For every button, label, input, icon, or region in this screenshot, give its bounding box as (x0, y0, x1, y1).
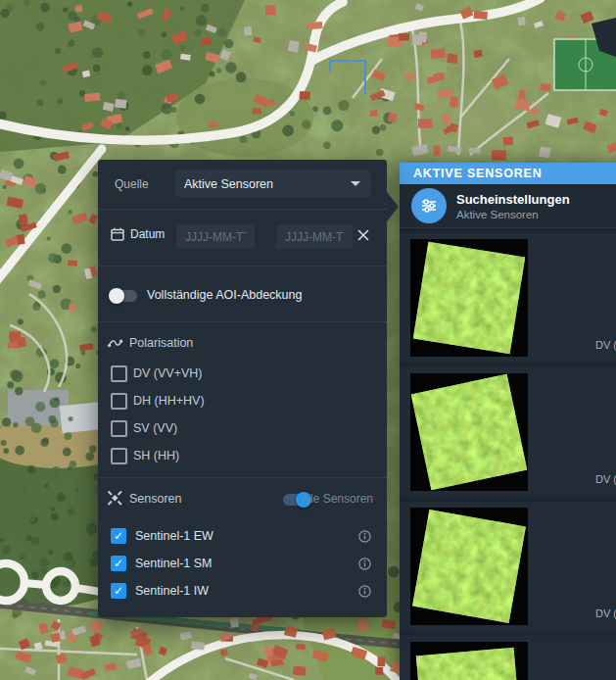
satellite-thumbnail (410, 508, 528, 625)
polarisation-sv-label: SV (VV) (133, 421, 177, 435)
chevron-down-icon (351, 181, 360, 186)
sentinel1-iw-label: Sentinel-1 IW (135, 584, 209, 598)
source-label: Quelle (115, 177, 149, 191)
date-end-input[interactable] (276, 224, 353, 249)
info-icon[interactable] (358, 558, 371, 570)
polarisation-sv-checkbox[interactable] (111, 420, 127, 437)
sentinel1-iw-checkbox[interactable]: ✓ (111, 583, 126, 599)
sensor-option-row: ✓ Sentinel-1 SM (98, 556, 387, 575)
aoi-coverage-row: Vollständige AOI-Abdeckung (98, 266, 387, 322)
date-start-input[interactable] (176, 224, 255, 249)
info-icon[interactable] (358, 585, 371, 598)
sensor-result-row[interactable]: DV (VV+VH) (400, 233, 616, 363)
polarisation-option-row: SH (HH) (98, 448, 387, 465)
result-polarisation: DV (VV+VH) (595, 473, 616, 485)
panel-callout-arrow (387, 192, 399, 221)
polarisation-dh-label: DH (HH+HV) (133, 394, 205, 408)
calendar-icon (111, 227, 124, 241)
info-icon[interactable] (358, 530, 371, 543)
polarisation-label: Polarisation (129, 336, 193, 350)
sentinel1-sm-label: Sentinel-1 SM (135, 557, 213, 570)
satellite-thumbnail (410, 373, 528, 491)
polarisation-dv-label: DV (VV+VH) (133, 366, 203, 380)
polarisation-option-row: DV (VV+VH) (98, 365, 387, 383)
all-sensors-label: Alle Sensoren (300, 492, 373, 506)
settings-subtitle: Aktive Sensoren (456, 209, 570, 220)
polarisation-sh-label: SH (HH) (133, 449, 179, 462)
sensor-result-row[interactable]: DV (VV+VH) (400, 367, 616, 497)
sentinel1-sm-checkbox[interactable]: ✓ (111, 556, 126, 571)
polarisation-dv-checkbox[interactable] (111, 365, 127, 382)
sensor-result-row[interactable]: DV (VV+VH) (400, 636, 616, 680)
toggle-knob (109, 288, 124, 304)
tune-icon (411, 188, 447, 223)
date-clear-button[interactable] (354, 226, 373, 246)
sentinel1-ew-checkbox[interactable]: ✓ (111, 528, 126, 544)
settings-title: Sucheinstellungen (456, 192, 570, 207)
filter-panel: Quelle Aktive Sensoren Datum (98, 160, 387, 617)
source-row: Quelle Aktive Sensoren (98, 160, 387, 209)
polarisation-dh-checkbox[interactable] (111, 393, 127, 410)
date-label: Datum (130, 227, 165, 241)
sensor-option-row: ✓ Sentinel-1 EW (98, 528, 387, 548)
sensors-section: Sensoren Alle Sensoren ✓ Sentinel-1 EW ✓… (98, 477, 387, 618)
polarisation-icon (107, 336, 123, 350)
sensor-result-row[interactable]: DV (VV+VH) (400, 502, 616, 631)
close-icon (356, 228, 370, 242)
result-polarisation: DV (VV+VH) (595, 607, 616, 619)
satellite-thumbnail (410, 239, 528, 357)
result-polarisation: DV (VV+VH) (595, 339, 616, 351)
aoi-coverage-label: Vollständige AOI-Abdeckung (147, 288, 302, 302)
sensor-option-row: ✓ Sentinel-1 IW (98, 583, 387, 603)
search-settings-row[interactable]: Sucheinstellungen Aktive Sensoren (400, 184, 616, 228)
polarisation-section: Polarisation DV (VV+VH) DH (HH+HV) SV (V… (98, 321, 387, 478)
satellite-icon (107, 490, 122, 506)
satellite-thumbnail (410, 642, 528, 680)
polarisation-option-row: DH (HH+HV) (98, 393, 387, 411)
map-viewport[interactable]: Quelle Aktive Sensoren Datum (0, 0, 616, 680)
polarisation-option-row: SV (VV) (98, 420, 387, 438)
sidebar-header: AKTIVE SENSOREN (400, 163, 616, 184)
source-select-value: Aktive Sensoren (184, 177, 351, 191)
source-select[interactable]: Aktive Sensoren (174, 170, 370, 197)
sensors-label: Sensoren (129, 492, 182, 506)
sentinel1-ew-label: Sentinel-1 EW (135, 529, 213, 543)
active-sensors-sidebar: AKTIVE SENSOREN Sucheinstellungen Aktive… (400, 163, 616, 680)
aoi-coverage-toggle[interactable] (111, 290, 137, 302)
date-row: Datum (98, 209, 387, 267)
polarisation-sh-checkbox[interactable] (111, 448, 127, 464)
